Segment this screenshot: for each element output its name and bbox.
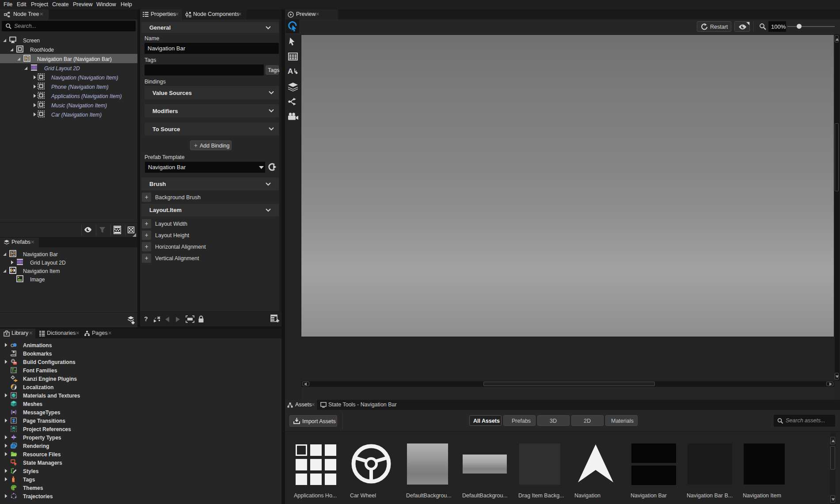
svg-text:T: T xyxy=(14,369,16,373)
svg-text:A: A xyxy=(288,67,293,76)
